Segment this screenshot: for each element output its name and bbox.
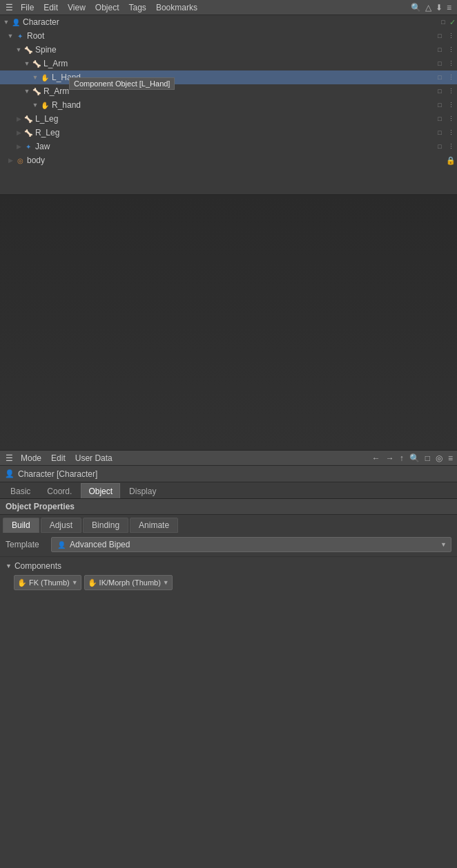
tab-basic[interactable]: Basic: [3, 483, 38, 498]
nav-search-icon[interactable]: 🔍: [408, 453, 421, 463]
component-chip-fk-thumb[interactable]: ✋ FK (Thumb) ▼: [14, 575, 81, 590]
menu-bookmarks[interactable]: Bookmarks: [152, 1, 202, 14]
build-tab-adjust[interactable]: Adjust: [41, 518, 81, 533]
more-r-arm[interactable]: ⋮: [446, 86, 456, 96]
toggle-r-hand[interactable]: ▼: [32, 102, 39, 108]
vis-l-hand[interactable]: □: [435, 73, 445, 82]
toggle-r-arm[interactable]: ▼: [23, 88, 30, 95]
build-tabs-bar: Build Adjust Binding Animate: [0, 515, 457, 533]
scene-row-jaw[interactable]: ▶ ✦ Jaw □ ⋮: [0, 140, 457, 153]
properties-empty-area: [0, 594, 457, 868]
fk-thumb-arrow[interactable]: ▼: [72, 579, 78, 586]
actions-jaw: □ ⋮: [435, 142, 456, 151]
tab-display[interactable]: Display: [121, 483, 164, 498]
nav-target-icon[interactable]: ◎: [434, 453, 444, 463]
ik-morph-icon: ✋: [88, 578, 97, 587]
vis-jaw[interactable]: □: [435, 142, 445, 151]
menu-tags[interactable]: Tags: [125, 1, 150, 14]
vis-r-leg[interactable]: □: [435, 128, 445, 138]
tab-coord[interactable]: Coord.: [39, 483, 79, 498]
nav-options-icon[interactable]: ≡: [447, 453, 454, 463]
nav-back-icon[interactable]: ←: [371, 453, 382, 463]
more-l-arm[interactable]: ⋮: [446, 59, 456, 68]
ik-morph-label: IK/Morph (Thumb): [99, 578, 161, 587]
more-root[interactable]: ⋮: [446, 31, 456, 41]
toggle-l-arm[interactable]: ▼: [23, 60, 30, 67]
label-l-arm: L_Arm: [43, 59, 435, 68]
search-icon[interactable]: 🔍: [411, 3, 421, 12]
nav-up-icon[interactable]: ↑: [398, 453, 405, 463]
template-select[interactable]: 👤 Advanced Biped ▼: [51, 537, 451, 552]
vis-r-hand[interactable]: □: [435, 100, 445, 110]
tab-object[interactable]: Object: [81, 483, 120, 498]
icon-jaw: ✦: [23, 142, 33, 151]
ik-morph-arrow[interactable]: ▼: [163, 579, 169, 586]
viewport-panel: [0, 195, 457, 451]
options-icon[interactable]: ≡: [447, 3, 451, 12]
vis-r-arm[interactable]: □: [435, 86, 445, 96]
toggle-root[interactable]: ▼: [7, 32, 14, 39]
build-tab-build[interactable]: Build: [3, 518, 39, 533]
icon-root: ✦: [15, 31, 25, 41]
more-r-leg[interactable]: ⋮: [446, 128, 456, 138]
vis-l-arm[interactable]: □: [435, 59, 445, 68]
app-menu-icon[interactable]: ☰: [3, 1, 15, 14]
scene-panel: ▼ 👤 Character □ ✓ ▼ ✦ Root □ ⋮ ▼ 🦴 Spine…: [0, 15, 457, 195]
toggle-l-hand[interactable]: ▼: [32, 74, 39, 81]
obj-title-label: Character [Character]: [18, 469, 97, 479]
sort-icon[interactable]: ⬇: [436, 3, 443, 12]
vis-spine[interactable]: □: [435, 45, 445, 55]
scene-row-character[interactable]: ▼ 👤 Character □ ✓: [0, 15, 457, 29]
menu-file[interactable]: File: [17, 1, 38, 14]
vis-l-leg[interactable]: □: [435, 114, 445, 124]
icon-spine: 🦴: [23, 45, 33, 55]
build-tab-binding[interactable]: Binding: [83, 518, 128, 533]
scene-row-l-hand[interactable]: ▼ ✋ L_Hand □ ⋮ Component Object [L_Hand]: [0, 70, 457, 84]
scene-row-body[interactable]: ▶ ◎ body 🔒: [0, 153, 457, 167]
check-green-character: ✓: [449, 18, 456, 27]
toggle-jaw: ▶: [15, 143, 22, 150]
component-chip-ik-morph-thumb[interactable]: ✋ IK/Morph (Thumb) ▼: [84, 575, 173, 590]
toggle-spine[interactable]: ▼: [15, 46, 22, 53]
scene-row-r-arm[interactable]: ▼ 🦴 R_Arm □ ⋮: [0, 84, 457, 98]
check-character[interactable]: □: [438, 17, 448, 27]
more-jaw[interactable]: ⋮: [446, 142, 456, 151]
scene-row-l-arm[interactable]: ▼ 🦴 L_Arm □ ⋮: [0, 57, 457, 70]
toggle-body: ▶: [7, 157, 14, 164]
icon-r-hand: ✋: [40, 100, 50, 110]
label-character: Character: [23, 17, 438, 27]
label-l-hand: L_Hand: [52, 73, 435, 82]
label-root: Root: [27, 31, 435, 41]
vis-root[interactable]: □: [435, 31, 445, 41]
scene-row-r-leg[interactable]: ▶ 🦴 R_Leg □ ⋮: [0, 126, 457, 140]
more-r-hand[interactable]: ⋮: [446, 100, 456, 110]
scene-row-root[interactable]: ▼ ✦ Root □ ⋮: [0, 29, 457, 43]
filter-icon[interactable]: △: [425, 3, 431, 12]
actions-l-hand: □ ⋮: [435, 73, 456, 82]
scene-row-spine[interactable]: ▼ 🦴 Spine □ ⋮: [0, 43, 457, 57]
scene-row-l-leg[interactable]: ▶ 🦴 L_Leg □ ⋮: [0, 112, 457, 126]
prop-menu-edit[interactable]: Edit: [47, 452, 70, 464]
more-l-hand[interactable]: ⋮: [446, 73, 456, 82]
prop-menu-icon[interactable]: ☰: [3, 452, 15, 464]
nav-lock-icon[interactable]: □: [424, 453, 431, 463]
toggle-character[interactable]: ▼: [3, 19, 10, 26]
prop-menu-mode[interactable]: Mode: [17, 452, 46, 464]
icon-r-arm: 🦴: [32, 86, 41, 96]
nav-forward-icon[interactable]: →: [385, 453, 396, 463]
prop-menu-userdata[interactable]: User Data: [71, 452, 117, 464]
more-l-leg[interactable]: ⋮: [446, 114, 456, 124]
prop-nav-icons: ← → ↑ 🔍 □ ◎ ≡: [371, 453, 454, 463]
scene-row-r-hand[interactable]: ▼ ✋ R_hand □ ⋮: [0, 98, 457, 112]
menu-edit[interactable]: Edit: [39, 1, 62, 14]
more-spine[interactable]: ⋮: [446, 45, 456, 55]
lock-body[interactable]: 🔒: [446, 155, 456, 165]
menu-view[interactable]: View: [64, 1, 90, 14]
components-toggle[interactable]: ▼: [6, 563, 12, 569]
menu-object[interactable]: Object: [91, 1, 124, 14]
build-tab-animate[interactable]: Animate: [130, 518, 178, 533]
icon-r-leg: 🦴: [23, 128, 33, 138]
template-select-text: Advanced Biped: [70, 540, 440, 549]
icon-character: 👤: [11, 17, 21, 27]
template-row: Template 👤 Advanced Biped ▼: [0, 533, 457, 557]
